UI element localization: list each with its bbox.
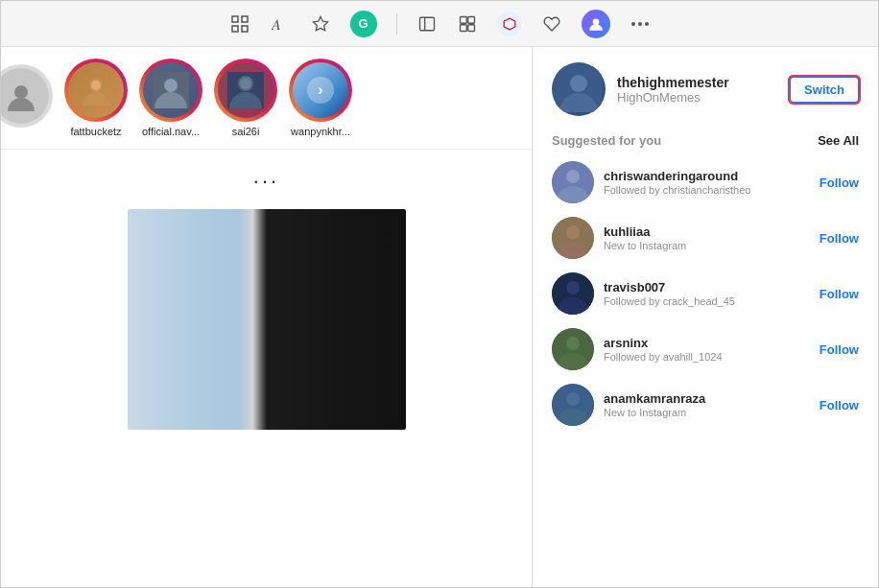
story-username-4: wanpynkhr... (291, 126, 350, 137)
suggestion-item-2: kuhliiaa New to Instagram Follow (552, 217, 859, 259)
suggestion-info-3: travisb007 Followed by crack_head_45 (604, 280, 810, 307)
svg-rect-3 (242, 26, 248, 32)
left-panel: fattbucketz official.nav... (1, 47, 533, 588)
suggestion-subtitle-2: New to Instagram (604, 240, 810, 251)
suggestion-username-3: travisb007 (604, 280, 810, 294)
account-displayname: HighOnMemes (617, 90, 778, 105)
hearts-icon[interactable] (541, 13, 562, 35)
follow-button-4[interactable]: Follow (820, 342, 859, 357)
cursor-icon[interactable]: 𝐴 (270, 13, 291, 35)
story-username-3: sai26i (232, 126, 260, 137)
svg-rect-10 (460, 24, 466, 31)
svg-rect-2 (232, 26, 238, 32)
svg-rect-8 (460, 16, 466, 23)
suggestion-avatar-2 (552, 217, 594, 259)
story-item-2[interactable]: official.nav... (139, 59, 202, 137)
svg-point-25 (570, 75, 587, 92)
svg-point-33 (566, 337, 580, 350)
post-image (128, 209, 406, 430)
suggestion-username-2: kuhliiaa (604, 224, 810, 239)
follow-button-2[interactable]: Follow (820, 231, 859, 246)
grammarly-icon[interactable]: G (350, 11, 377, 37)
suggestion-info-1: chriswanderingaround Followed by christi… (604, 169, 810, 196)
svg-marker-5 (313, 16, 327, 30)
grid-icon[interactable] (229, 13, 250, 35)
post-more-dots[interactable]: ··· (253, 169, 279, 194)
account-username: thehighmemester (617, 75, 778, 90)
suggestion-subtitle-1: Followed by christiancharistheo (604, 184, 810, 196)
story-item-1[interactable]: fattbucketz (64, 59, 128, 137)
svg-point-29 (566, 225, 580, 239)
suggestion-avatar-4 (552, 328, 594, 370)
story-item-3[interactable]: sai26i (214, 59, 277, 137)
svg-rect-0 (232, 16, 238, 22)
suggestion-avatar-3 (552, 272, 594, 315)
account-info: thehighmemester HighOnMemes (617, 75, 778, 105)
suggestions-title: Suggested for you (552, 133, 661, 148)
svg-point-27 (566, 170, 580, 183)
sidebar-icon[interactable] (416, 13, 438, 35)
suggestion-username-5: anamkamranraza (604, 391, 810, 406)
suggestion-info-4: arsninx Followed by avahill_1024 (604, 336, 810, 363)
svg-rect-6 (419, 17, 434, 31)
account-avatar (552, 62, 606, 116)
suggestion-username-1: chriswanderingaround (604, 169, 810, 183)
extensions-icon[interactable] (457, 13, 478, 35)
story-item-4[interactable]: › wanpynkhr... (289, 59, 352, 137)
suggestions-header: Suggested for you See All (552, 133, 859, 148)
svg-rect-11 (467, 24, 474, 31)
star-icon[interactable] (310, 13, 331, 35)
svg-rect-9 (467, 16, 474, 23)
right-panel: thehighmemester HighOnMemes Switch Sugge… (533, 47, 878, 588)
browser-toolbar: 𝐴 G (1, 1, 878, 47)
svg-point-16 (14, 85, 28, 99)
suggestion-info-2: kuhliiaa New to Instagram (604, 224, 810, 251)
svg-rect-1 (242, 16, 248, 22)
stories-row: fattbucketz official.nav... (1, 47, 532, 150)
svg-point-23 (240, 78, 251, 89)
suggestion-subtitle-4: Followed by avahill_1024 (604, 351, 810, 363)
more-options-icon[interactable] (630, 13, 651, 35)
follow-button-5[interactable]: Follow (820, 398, 859, 412)
post-area: ··· (1, 150, 532, 449)
svg-point-15 (645, 22, 649, 26)
ext-badge-icon[interactable] (497, 12, 522, 36)
suggestion-item-1: chriswanderingaround Followed by christi… (552, 161, 859, 203)
suggestion-username-4: arsninx (604, 336, 810, 350)
current-account: thehighmemester HighOnMemes Switch (552, 62, 859, 116)
suggestion-subtitle-5: New to Instagram (604, 407, 810, 418)
svg-point-20 (164, 79, 178, 92)
svg-point-31 (566, 281, 580, 294)
follow-button-3[interactable]: Follow (820, 287, 859, 301)
suggestion-avatar-5 (552, 384, 594, 426)
suggestion-avatar-1 (552, 161, 594, 203)
suggestion-item-3: travisb007 Followed by crack_head_45 Fol… (552, 272, 859, 315)
suggestion-info-5: anamkamranraza New to Instagram (604, 391, 810, 418)
see-all-button[interactable]: See All (818, 133, 859, 148)
svg-point-14 (638, 22, 642, 26)
suggestion-subtitle-3: Followed by crack_head_45 (604, 295, 810, 307)
story-username-2: official.nav... (142, 126, 200, 137)
user-profile-icon[interactable] (582, 10, 610, 38)
suggestion-item-5: anamkamranraza New to Instagram Follow (552, 384, 859, 426)
follow-button-1[interactable]: Follow (820, 176, 859, 190)
switch-button[interactable]: Switch (790, 77, 859, 103)
toolbar-separator (396, 13, 397, 35)
svg-point-13 (631, 22, 635, 26)
main-content: fattbucketz official.nav... (1, 47, 878, 588)
story-username-1: fattbucketz (70, 126, 121, 137)
svg-point-18 (91, 81, 101, 90)
svg-text:𝐴: 𝐴 (272, 16, 281, 33)
suggestion-item-4: arsninx Followed by avahill_1024 Follow (552, 328, 859, 370)
story-item-empty[interactable] (1, 64, 53, 131)
svg-point-35 (566, 392, 580, 406)
